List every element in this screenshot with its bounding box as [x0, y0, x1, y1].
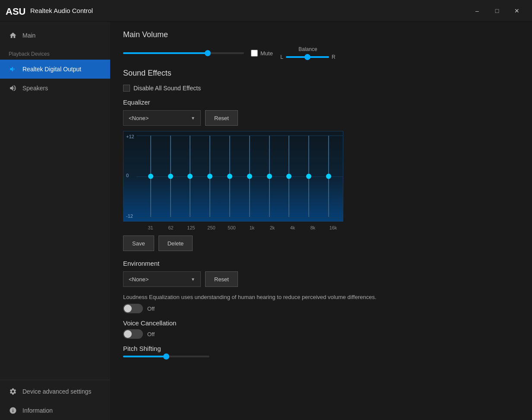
disable-all-checkbox[interactable]	[123, 85, 130, 92]
sidebar-section-playback: Playback Devices	[0, 45, 110, 60]
app-logo: ASUS Realtek Audio Control	[5, 5, 93, 17]
maximize-button[interactable]: □	[487, 2, 507, 19]
loudness-description: Loudness Equalization uses understanding…	[123, 294, 425, 300]
eq-band-500	[220, 131, 240, 221]
balance-fill-right	[307, 56, 329, 58]
sidebar-item-speakers[interactable]: Speakers	[0, 79, 110, 98]
disable-all-label: Disable All Sound Effects	[133, 85, 201, 92]
eq-band-track-16k[interactable]	[328, 136, 329, 217]
eq-band-track-1k[interactable]	[249, 136, 250, 217]
loudness-toggle[interactable]	[123, 304, 143, 313]
eq-band-track-62[interactable]	[170, 136, 171, 217]
equalizer-section: Equalizer <None> ▼ Reset +12 0 -12	[123, 99, 519, 251]
eq-band-1k	[240, 131, 260, 221]
env-controls: <None> ▼ Reset	[123, 271, 519, 287]
main-content: Main Volume Mute Balance L	[110, 22, 532, 420]
close-button[interactable]: ✕	[507, 2, 527, 19]
sidebar-item-device-advanced[interactable]: Device advanced settings	[0, 382, 110, 401]
pitch-shifting-section: Pitch Shifting	[123, 345, 519, 357]
sidebar-item-information[interactable]: Information	[0, 401, 110, 420]
eq-band-track-31[interactable]	[150, 136, 151, 217]
environment-label: Environment	[123, 260, 519, 267]
eq-dropdown[interactable]: <None> ▼	[123, 110, 201, 126]
eq-band-track-4k[interactable]	[288, 136, 289, 217]
pitch-slider[interactable]	[123, 356, 209, 357]
eq-reset-button[interactable]: Reset	[205, 110, 238, 126]
eq-freq-31: 31	[140, 225, 161, 230]
sidebar-main-label: Main	[22, 32, 35, 39]
eq-band-62	[161, 131, 180, 221]
eq-band-thumb-4k[interactable]	[286, 174, 291, 179]
env-reset-button[interactable]: Reset	[205, 271, 238, 287]
mute-checkbox[interactable]	[251, 50, 258, 57]
eq-band-thumb-500[interactable]	[227, 174, 232, 179]
sidebar-bottom: Device advanced settings Information	[0, 380, 110, 420]
eq-freq-250: 250	[201, 225, 222, 230]
sidebar-item-main[interactable]: Main	[0, 26, 110, 45]
loudness-toggle-knob	[124, 305, 132, 312]
eq-band-thumb-2k[interactable]	[267, 174, 272, 179]
minimize-button[interactable]: –	[467, 2, 487, 19]
balance-slider-thumb[interactable]	[304, 54, 310, 60]
eq-save-button[interactable]: Save	[123, 235, 154, 251]
eq-delete-button[interactable]: Delete	[158, 235, 193, 251]
eq-band-thumb-31[interactable]	[148, 174, 153, 179]
eq-label-top: +12	[126, 134, 134, 139]
eq-label-bottom: -12	[126, 213, 133, 219]
loudness-toggle-row: Off	[123, 304, 519, 313]
eq-controls: <None> ▼ Reset	[123, 110, 519, 126]
voice-state-label: Off	[147, 331, 155, 337]
env-dropdown[interactable]: <None> ▼	[123, 271, 201, 287]
equalizer-label: Equalizer	[123, 99, 519, 106]
voice-cancellation-section: Voice Cancellation Off	[123, 319, 519, 339]
eq-band-track-2k[interactable]	[269, 136, 270, 217]
eq-band-thumb-125[interactable]	[187, 174, 193, 179]
asus-logo-icon: ASUS	[5, 5, 26, 17]
pitch-shifting-label: Pitch Shifting	[123, 345, 519, 352]
eq-band-4k	[279, 131, 299, 221]
eq-band-track-8k[interactable]	[308, 136, 309, 217]
eq-band-track-250[interactable]	[209, 136, 210, 217]
eq-band-track-500[interactable]	[229, 136, 230, 217]
eq-freq-1k: 1k	[242, 225, 262, 230]
eq-band-track-125[interactable]	[190, 136, 190, 217]
eq-freq-4k: 4k	[282, 225, 303, 230]
pitch-slider-thumb[interactable]	[163, 353, 169, 360]
eq-band-8k	[299, 131, 319, 221]
app-title: Realtek Audio Control	[30, 7, 93, 14]
sidebar-speakers-label: Speakers	[22, 85, 48, 92]
eq-freq-125: 125	[181, 225, 201, 230]
voice-toggle-row: Off	[123, 329, 519, 339]
loudness-section: Loudness Equalization uses understanding…	[123, 294, 519, 313]
speakers-icon	[9, 84, 17, 92]
disable-all-row: Disable All Sound Effects	[123, 85, 519, 92]
titlebar: ASUS Realtek Audio Control – □ ✕	[0, 0, 532, 22]
mute-checkbox-label: Mute	[251, 50, 273, 57]
balance-slider[interactable]	[286, 56, 329, 58]
eq-freq-16k: 16k	[323, 225, 343, 230]
volume-row: Mute Balance L R	[123, 46, 519, 60]
sound-effects-section: Sound Effects Disable All Sound Effects …	[123, 69, 519, 357]
eq-graph: +12 0 -12	[123, 131, 343, 222]
eq-band-thumb-1k[interactable]	[247, 174, 252, 179]
window-controls: – □ ✕	[467, 2, 527, 19]
main-volume-title: Main Volume	[123, 30, 519, 39]
eq-band-thumb-62[interactable]	[168, 174, 173, 179]
sidebar-item-realtek-output[interactable]: Realtek Digital Output	[0, 60, 110, 79]
volume-slider-track[interactable]	[123, 52, 244, 54]
balance-left-label: L	[280, 54, 283, 60]
eq-band-thumb-250[interactable]	[207, 174, 212, 179]
eq-band-thumb-8k[interactable]	[306, 174, 311, 179]
balance-right-label: R	[332, 54, 336, 60]
env-dropdown-value: <None>	[129, 276, 149, 283]
balance-label: Balance	[298, 46, 317, 52]
volume-slider-thumb[interactable]	[205, 50, 211, 56]
home-icon	[9, 31, 17, 40]
mute-label: Mute	[260, 50, 273, 57]
sidebar-realtek-output-label: Realtek Digital Output	[22, 66, 81, 73]
eq-dropdown-value: <None>	[129, 115, 149, 121]
voice-toggle[interactable]	[123, 329, 143, 339]
eq-band-thumb-16k[interactable]	[326, 174, 331, 179]
eq-freq-2k: 2k	[262, 225, 282, 230]
eq-band-31	[141, 131, 161, 221]
